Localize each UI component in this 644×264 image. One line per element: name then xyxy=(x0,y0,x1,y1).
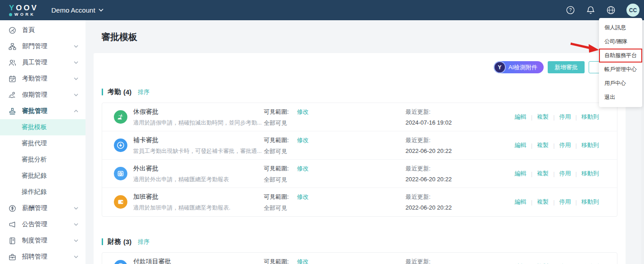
sidebar-item-holidays[interactable]: 假期管理 xyxy=(0,87,86,103)
sidebar-item-approvals[interactable]: 審批管理 xyxy=(0,103,86,119)
employees-icon xyxy=(8,58,16,67)
disable-link[interactable]: 停用 xyxy=(559,113,571,121)
page-title: 審批模板 xyxy=(86,20,644,43)
menu-item-account-management[interactable]: 帳戶管理中心 xyxy=(599,63,642,76)
overtime-wallet-icon xyxy=(114,195,127,209)
template-name: 付款項目審批 xyxy=(133,258,171,264)
updated-value: 2024-07-16 19:02 xyxy=(405,119,452,126)
modify-scope-link[interactable]: 修改 xyxy=(297,258,309,264)
visible-scope-value: 全部可見 xyxy=(264,204,309,212)
sidebar-subitem-operation-records[interactable]: 操作紀錄 xyxy=(0,184,86,200)
section-title: 財務 xyxy=(108,237,121,246)
section-count: (3) xyxy=(123,238,131,246)
add-approval-button[interactable]: 新增審批 xyxy=(548,61,585,73)
visible-scope-value: 全部可見 xyxy=(264,148,309,156)
modify-scope-link[interactable]: 修改 xyxy=(297,165,309,173)
dashboard-icon xyxy=(8,26,16,34)
menu-item-user-center[interactable]: 用戶中心 xyxy=(599,76,642,90)
template-name: 休假審批 xyxy=(133,108,261,116)
move-to-link[interactable]: 移動到 xyxy=(581,141,599,149)
avatar[interactable]: CC xyxy=(626,4,639,17)
ai-check-attachments-button[interactable]: Y AI檢測附件 xyxy=(494,61,544,73)
visible-scope-label: 可見範圍: xyxy=(264,136,289,144)
chevron-up-icon xyxy=(74,110,78,112)
menu-item-personal-messages[interactable]: 個人訊息 xyxy=(599,21,642,35)
sidebar-subitem-approval-analysis[interactable]: 審批分析 xyxy=(0,152,86,168)
template-description: 當員工考勤出現缺卡時，可發起補卡審批，審批通... xyxy=(133,148,261,155)
edit-link[interactable]: 編輯 xyxy=(515,141,527,149)
chevron-down-icon xyxy=(74,255,78,258)
language-globe-icon[interactable] xyxy=(606,6,615,15)
account-name: Demo Account xyxy=(51,6,95,14)
sort-link[interactable]: 排序 xyxy=(138,88,149,96)
sidebar-item-home[interactable]: 首頁 xyxy=(0,22,86,38)
disable-link[interactable]: 停用 xyxy=(559,198,571,206)
leave-vacation-icon xyxy=(114,110,127,124)
edit-link[interactable]: 編輯 xyxy=(515,198,527,206)
template-name: 補卡審批 xyxy=(133,136,261,144)
logo-text: YOOV xyxy=(9,4,41,12)
visible-scope-label: 可見範圍: xyxy=(264,258,289,264)
section-count: (4) xyxy=(123,88,131,96)
disable-link[interactable]: 停用 xyxy=(559,141,571,149)
table-row-outing-approval: 外出審批 適用於外出申請，精確匯總至考勤報表 可見範圍: 修改 全部可見 最近更… xyxy=(102,160,617,188)
sidebar-subitem-approval-templates[interactable]: 審批模板 xyxy=(0,119,86,135)
attendance-calendar-icon xyxy=(8,75,16,83)
announcement-megaphone-icon xyxy=(8,220,16,228)
sidebar-item-recruitment[interactable]: 招聘管理 xyxy=(0,249,86,264)
chevron-down-icon xyxy=(74,94,78,96)
template-description: 適用於加班申請，精確匯總至考勤報表. xyxy=(133,204,230,212)
table-row-card-replacement-approval: 補卡審批 當員工考勤出現缺卡時，可發起補卡審批，審批通... 可見範圍: 修改 … xyxy=(102,131,617,160)
move-to-link[interactable]: 移動到 xyxy=(581,170,599,178)
yoov-work-logo[interactable]: YOOV WORK xyxy=(9,4,41,17)
sidebar-item-attendance[interactable]: 考勤管理 xyxy=(0,71,86,87)
edit-link[interactable]: 編輯 xyxy=(515,113,527,121)
visible-scope-label: 可見範圍: xyxy=(264,193,289,201)
sidebar-item-employees[interactable]: 員工管理 xyxy=(0,54,86,71)
menu-item-company-team[interactable]: 公司/團隊 xyxy=(599,35,642,49)
section-title: 考勤 xyxy=(108,88,121,96)
copy-link[interactable]: 複製 xyxy=(537,170,549,178)
sidebar-item-payroll[interactable]: 薪酬管理 xyxy=(0,200,86,216)
visible-scope-value: 全部可見 xyxy=(264,176,309,184)
sidebar-item-label: 員工管理 xyxy=(22,58,47,67)
chevron-down-icon xyxy=(74,77,78,80)
copy-link[interactable]: 複製 xyxy=(537,113,549,121)
chevron-down-icon xyxy=(74,207,78,210)
templates-card: Y AI檢測附件 新增審批 考勤 (4) 排序 休假審批 適用於請假申請，精確扣… xyxy=(94,53,626,264)
copy-link[interactable]: 複製 xyxy=(537,198,549,206)
menu-item-self-service-platform[interactable]: 自助服務平台 xyxy=(599,49,642,63)
visible-scope-label: 可見範圍: xyxy=(264,108,289,116)
sort-link[interactable]: 排序 xyxy=(138,238,149,246)
menu-item-logout[interactable]: 退出 xyxy=(599,90,642,104)
chevron-down-icon xyxy=(99,9,104,12)
updated-value: 2022-06-20 20:22 xyxy=(405,176,452,183)
sidebar-item-label: 招聘管理 xyxy=(22,253,47,261)
move-to-link[interactable]: 移動到 xyxy=(581,113,599,121)
sidebar-item-label: 考勤管理 xyxy=(22,75,47,83)
org-chart-icon xyxy=(8,42,16,50)
move-to-link[interactable]: 移動到 xyxy=(581,198,599,206)
sidebar-item-policies[interactable]: 制度管理 xyxy=(0,233,86,249)
punch-card-icon xyxy=(114,139,127,152)
updated-value: 2022-06-20 20:22 xyxy=(405,204,452,211)
modify-scope-link[interactable]: 修改 xyxy=(297,108,309,116)
section-accent-bar xyxy=(102,238,103,245)
sidebar-item-departments[interactable]: 部門管理 xyxy=(0,38,86,54)
sidebar-item-announcements[interactable]: 公告管理 xyxy=(0,216,86,233)
account-switcher[interactable]: Demo Account xyxy=(51,6,104,14)
chevron-down-icon xyxy=(74,61,78,64)
help-icon[interactable]: ? xyxy=(566,6,575,15)
topbar: YOOV WORK Demo Account ? CC xyxy=(0,0,644,20)
edit-link[interactable]: 編輯 xyxy=(515,170,527,178)
sidebar-subitem-approval-proxy[interactable]: 審批代理 xyxy=(0,135,86,152)
table-row-leave-approval: 休假審批 適用於請假申請，精確扣減出勤時間，並同步考勤... 可見範圍: 修改 … xyxy=(102,103,617,131)
updated-label: 最近更新: xyxy=(405,165,452,173)
template-group-attendance: 休假審批 適用於請假申請，精確扣減出勤時間，並同步考勤... 可見範圍: 修改 … xyxy=(102,103,617,217)
modify-scope-link[interactable]: 修改 xyxy=(297,193,309,201)
notifications-bell-icon[interactable] xyxy=(586,6,595,15)
sidebar-subitem-approval-records[interactable]: 審批紀錄 xyxy=(0,168,86,184)
disable-link[interactable]: 停用 xyxy=(559,170,571,178)
copy-link[interactable]: 複製 xyxy=(537,141,549,149)
modify-scope-link[interactable]: 修改 xyxy=(297,136,309,144)
